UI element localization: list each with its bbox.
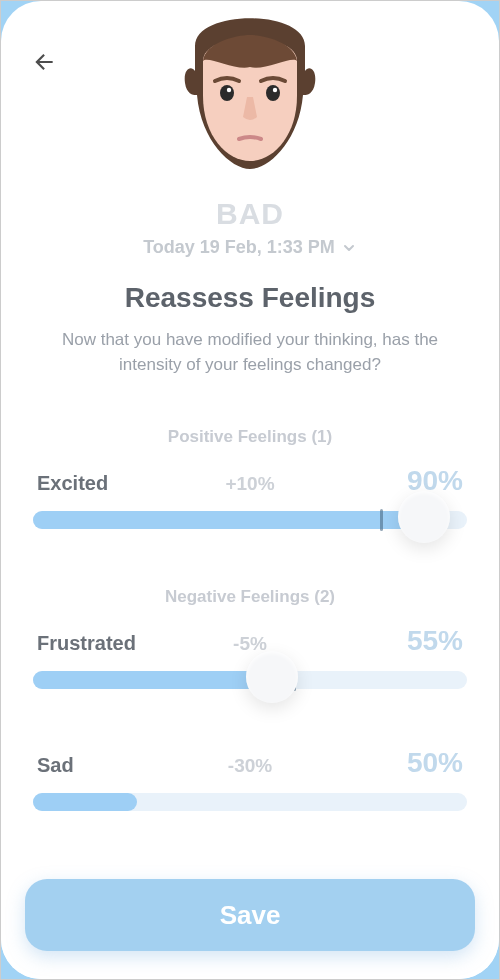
slider-sad[interactable] [33, 789, 467, 815]
page-subtitle: Now that you have modified your thinking… [41, 328, 459, 377]
date-dropdown[interactable]: Today 19 Feb, 1:33 PM [33, 237, 467, 258]
svg-point-3 [273, 88, 277, 92]
svg-point-2 [227, 88, 231, 92]
mood-label: BAD [33, 197, 467, 231]
save-area: Save [1, 857, 499, 979]
screen-card: BAD Today 19 Feb, 1:33 PM Reassess Feeli… [1, 1, 499, 979]
feeling-row-excited: Excited +10% 90% [33, 465, 467, 497]
save-button[interactable]: Save [25, 879, 475, 951]
slider-thumb[interactable] [246, 651, 298, 703]
feeling-delta: +10% [179, 473, 321, 495]
slider-excited[interactable] [33, 507, 467, 533]
feeling-delta: -30% [179, 755, 321, 777]
avatar [165, 1, 335, 191]
feeling-value: 90% [321, 465, 463, 497]
feeling-row-sad: Sad -30% 50% [33, 747, 467, 779]
back-button[interactable] [31, 49, 57, 75]
feeling-name: Sad [37, 754, 179, 777]
chevron-down-icon [341, 237, 357, 258]
feeling-name: Excited [37, 472, 179, 495]
date-text: Today 19 Feb, 1:33 PM [143, 237, 335, 258]
negative-section-label: Negative Feelings (2) [33, 587, 467, 607]
slider-fill [33, 511, 424, 529]
slider-thumb[interactable] [398, 491, 450, 543]
feeling-name: Frustrated [37, 632, 179, 655]
svg-point-1 [266, 85, 280, 101]
slider-frustrated[interactable] [33, 667, 467, 693]
svg-point-0 [220, 85, 234, 101]
avatar-face-icon [165, 1, 335, 191]
arrow-left-icon [31, 49, 57, 75]
slider-fill [33, 793, 137, 811]
slider-tick [380, 509, 383, 531]
feeling-value: 55% [321, 625, 463, 657]
feeling-row-frustrated: Frustrated -5% 55% [33, 625, 467, 657]
feeling-value: 50% [321, 747, 463, 779]
positive-section-label: Positive Feelings (1) [33, 427, 467, 447]
page-title: Reassess Feelings [33, 282, 467, 314]
feeling-delta: -5% [179, 633, 321, 655]
slider-fill [33, 671, 272, 689]
